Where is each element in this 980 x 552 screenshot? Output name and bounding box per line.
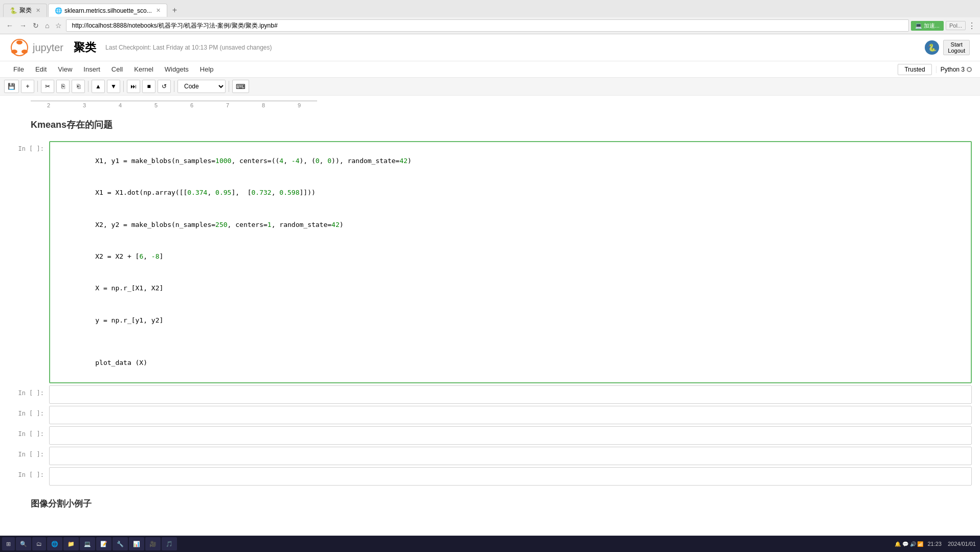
cell-6-input[interactable] [50,468,971,485]
new-tab-button[interactable]: + [168,5,181,16]
nav-right-area: 💻 加速... Pol... ⋮ [911,21,976,31]
cell-3-content[interactable] [49,406,972,424]
cell-2-input[interactable] [50,386,971,403]
code-cell-5: In [ ]: [8,447,972,465]
code-text: )), random_state= [331,157,399,165]
back-button[interactable]: ← [4,20,15,31]
move-down-button[interactable]: ▼ [107,80,120,93]
code-num: -8 [151,252,160,260]
kernel-info: Python 3 [936,66,972,73]
jupyter-logo-area: jupyter 聚类 Last Checkpoint: Last Friday … [10,38,272,57]
menu-dots[interactable]: ⋮ [968,21,976,31]
code-cell-4: In [ ]: [8,426,972,445]
jupyter-logo-icon [10,38,29,57]
add-cell-button[interactable]: + [21,80,34,93]
kernel-status-dot [967,67,972,72]
cell-6-label: In [ ]: [8,467,49,486]
code-num: 0.95 [215,189,231,196]
separator-3 [123,81,124,92]
notebook-title: 聚类 [74,40,96,55]
menu-widgets[interactable]: Widgets [160,63,194,75]
trusted-extension[interactable]: 💻 加速... [911,21,944,31]
cell-4-input[interactable] [50,427,971,444]
code-num: 250 [215,221,227,228]
menu-help[interactable]: Help [195,63,219,75]
code-text: y = np.r_[y1, y2] [95,316,163,324]
address-bar[interactable] [66,19,908,32]
forward-button[interactable]: → [17,20,29,31]
cell-2-content[interactable] [49,385,972,404]
code-text: X2, y2 = make_blobs(n_samples= [95,221,215,228]
tab2-close[interactable]: ✕ [156,7,161,14]
keyboard-shortcuts-button[interactable]: ⌨ [232,80,249,93]
code-text: , [320,157,328,165]
code-num: 1000 [215,157,231,165]
ruler-numbers: 2 3 4 5 6 7 8 9 [31,102,980,108]
code-text: , [143,252,151,260]
save-button[interactable]: 💾 [4,80,19,93]
code-line-8: plot_data (X) [55,347,966,379]
copy-button[interactable]: ⎘ [56,80,70,93]
trusted-button[interactable]: Trusted [898,64,931,75]
ruler-num-7: 7 [210,102,246,108]
code-num: 42 [331,221,340,228]
menu-cell[interactable]: Cell [106,63,128,75]
ruler-num-8: 8 [246,102,281,108]
pol-extension[interactable]: Pol... [946,21,966,30]
refresh-button[interactable]: ↻ [31,20,41,31]
cell-1-content[interactable]: X1, y1 = make_blobs(n_samples=1000, cent… [49,141,972,383]
cell-5-content[interactable] [49,447,972,465]
kernel-label: Python 3 [941,66,965,73]
ruler-num-6: 6 [174,102,210,108]
ruler-num-9: 9 [281,102,317,108]
header-right: 🐍 Start Logout [925,40,970,55]
code-text: X = np.r_[X1, X2] [95,284,163,292]
menu-file[interactable]: File [8,63,29,75]
home-button[interactable]: ⌂ [43,20,51,31]
code-num: 42 [399,157,408,165]
menu-view[interactable]: View [53,63,77,75]
code-cell-2: In [ ]: [8,385,972,404]
paste-button[interactable]: ⎗ [72,80,85,93]
cell-3-input[interactable] [50,406,971,424]
cell-type-select[interactable]: Code Markdown Raw [177,80,226,93]
browser-chrome: 🐍 聚类 ✕ 🌐 sklearn.metrics.silhouette_sco.… [0,0,980,34]
cell-5-label: In [ ]: [8,447,49,465]
code-num: -4 [292,157,300,165]
tab-1[interactable]: 🐍 聚类 ✕ [3,4,47,17]
tab-2[interactable]: 🌐 sklearn.metrics.silhouette_sco... ✕ [48,4,167,17]
tab1-favicon: 🐍 [10,7,17,14]
restart-button[interactable]: ↺ [158,80,171,93]
move-up-button[interactable]: ▲ [92,80,105,93]
code-text: ) [408,157,412,165]
toolbar: 💾 + ✂ ⎘ ⎗ ▲ ▼ ⏭ ■ ↺ Code Markdown Raw ⌨ [0,78,980,96]
tab1-close[interactable]: ✕ [36,7,40,14]
code-line-5: X = np.r_[X1, X2] [55,273,966,305]
cell-1-input[interactable]: X1, y1 = make_blobs(n_samples=1000, cent… [50,142,971,382]
cell-5-input[interactable] [50,447,971,465]
cell-6-content[interactable] [49,467,972,486]
cut-button[interactable]: ✂ [41,80,54,93]
stop-button[interactable]: ■ [142,80,155,93]
code-text: ] [160,252,164,260]
cell-4-content[interactable] [49,426,972,445]
menu-edit[interactable]: Edit [30,63,52,75]
checkpoint-info: Last Checkpoint: Last Friday at 10:13 PM… [105,44,272,51]
code-cell-6: In [ ]: [8,467,972,486]
menu-insert[interactable]: Insert [78,63,105,75]
menu-items-list: File Edit View Insert Cell Kernel Widget… [8,63,219,75]
code-cell-1: In [ ]: X1, y1 = make_blobs(n_samples=10… [8,141,972,383]
menu-kernel[interactable]: Kernel [129,63,159,75]
code-line-6: y = np.r_[y1, y2] [55,305,966,336]
code-cell-3: In [ ]: [8,406,972,424]
code-num: 0.732 [252,189,272,196]
code-text: X2 = X2 + [ [95,252,139,260]
separator-5 [229,81,229,92]
bookmark-button[interactable]: ☆ [53,20,64,31]
cell-2-label: In [ ]: [8,385,49,404]
start-logout-button[interactable]: Start Logout [943,40,970,55]
nav-bar: ← → ↻ ⌂ ☆ 💻 加速... Pol... ⋮ [0,17,980,34]
separator-2 [88,81,88,92]
code-num: 1 [268,221,272,228]
run-next-button[interactable]: ⏭ [127,80,140,93]
